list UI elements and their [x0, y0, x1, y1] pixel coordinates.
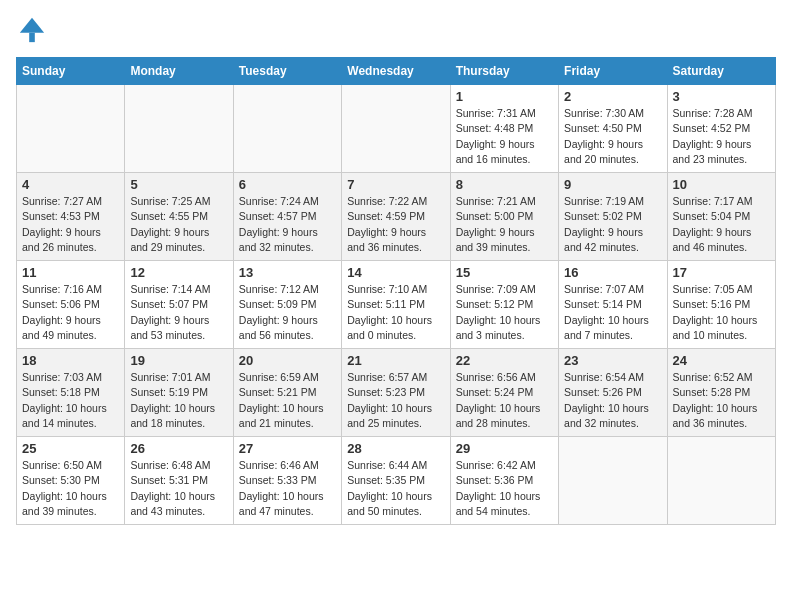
day-number: 17	[673, 265, 770, 280]
calendar-cell	[17, 85, 125, 173]
calendar-cell: 12Sunrise: 7:14 AMSunset: 5:07 PMDayligh…	[125, 261, 233, 349]
day-info: Sunrise: 6:54 AMSunset: 5:26 PMDaylight:…	[564, 370, 661, 431]
day-info: Sunrise: 7:03 AMSunset: 5:18 PMDaylight:…	[22, 370, 119, 431]
day-info: Sunrise: 7:21 AMSunset: 5:00 PMDaylight:…	[456, 194, 553, 255]
calendar-cell: 22Sunrise: 6:56 AMSunset: 5:24 PMDayligh…	[450, 349, 558, 437]
day-info: Sunrise: 6:56 AMSunset: 5:24 PMDaylight:…	[456, 370, 553, 431]
calendar-cell: 20Sunrise: 6:59 AMSunset: 5:21 PMDayligh…	[233, 349, 341, 437]
day-number: 26	[130, 441, 227, 456]
calendar-cell: 4Sunrise: 7:27 AMSunset: 4:53 PMDaylight…	[17, 173, 125, 261]
day-number: 20	[239, 353, 336, 368]
day-number: 1	[456, 89, 553, 104]
day-info: Sunrise: 7:17 AMSunset: 5:04 PMDaylight:…	[673, 194, 770, 255]
day-number: 3	[673, 89, 770, 104]
calendar-cell: 1Sunrise: 7:31 AMSunset: 4:48 PMDaylight…	[450, 85, 558, 173]
calendar-cell: 27Sunrise: 6:46 AMSunset: 5:33 PMDayligh…	[233, 437, 341, 525]
day-number: 22	[456, 353, 553, 368]
calendar-cell	[342, 85, 450, 173]
calendar-cell: 26Sunrise: 6:48 AMSunset: 5:31 PMDayligh…	[125, 437, 233, 525]
calendar-cell: 2Sunrise: 7:30 AMSunset: 4:50 PMDaylight…	[559, 85, 667, 173]
day-number: 18	[22, 353, 119, 368]
calendar-week-2: 4Sunrise: 7:27 AMSunset: 4:53 PMDaylight…	[17, 173, 776, 261]
header-monday: Monday	[125, 58, 233, 85]
calendar-cell: 23Sunrise: 6:54 AMSunset: 5:26 PMDayligh…	[559, 349, 667, 437]
calendar-week-4: 18Sunrise: 7:03 AMSunset: 5:18 PMDayligh…	[17, 349, 776, 437]
calendar-cell: 10Sunrise: 7:17 AMSunset: 5:04 PMDayligh…	[667, 173, 775, 261]
calendar-cell: 8Sunrise: 7:21 AMSunset: 5:00 PMDaylight…	[450, 173, 558, 261]
day-info: Sunrise: 7:01 AMSunset: 5:19 PMDaylight:…	[130, 370, 227, 431]
header-tuesday: Tuesday	[233, 58, 341, 85]
calendar-table: SundayMondayTuesdayWednesdayThursdayFrid…	[16, 57, 776, 525]
day-info: Sunrise: 7:19 AMSunset: 5:02 PMDaylight:…	[564, 194, 661, 255]
day-number: 23	[564, 353, 661, 368]
day-number: 2	[564, 89, 661, 104]
day-number: 4	[22, 177, 119, 192]
calendar-header-row: SundayMondayTuesdayWednesdayThursdayFrid…	[17, 58, 776, 85]
calendar-cell: 13Sunrise: 7:12 AMSunset: 5:09 PMDayligh…	[233, 261, 341, 349]
day-info: Sunrise: 7:31 AMSunset: 4:48 PMDaylight:…	[456, 106, 553, 167]
calendar-week-1: 1Sunrise: 7:31 AMSunset: 4:48 PMDaylight…	[17, 85, 776, 173]
page-header	[16, 16, 776, 49]
calendar-cell: 28Sunrise: 6:44 AMSunset: 5:35 PMDayligh…	[342, 437, 450, 525]
day-number: 14	[347, 265, 444, 280]
day-info: Sunrise: 7:25 AMSunset: 4:55 PMDaylight:…	[130, 194, 227, 255]
calendar-cell: 3Sunrise: 7:28 AMSunset: 4:52 PMDaylight…	[667, 85, 775, 173]
day-number: 5	[130, 177, 227, 192]
day-number: 19	[130, 353, 227, 368]
day-number: 27	[239, 441, 336, 456]
day-number: 10	[673, 177, 770, 192]
calendar-cell: 7Sunrise: 7:22 AMSunset: 4:59 PMDaylight…	[342, 173, 450, 261]
day-number: 29	[456, 441, 553, 456]
calendar-cell: 29Sunrise: 6:42 AMSunset: 5:36 PMDayligh…	[450, 437, 558, 525]
day-number: 16	[564, 265, 661, 280]
header-friday: Friday	[559, 58, 667, 85]
day-number: 15	[456, 265, 553, 280]
day-number: 11	[22, 265, 119, 280]
day-info: Sunrise: 7:22 AMSunset: 4:59 PMDaylight:…	[347, 194, 444, 255]
svg-rect-1	[29, 33, 35, 42]
calendar-cell: 14Sunrise: 7:10 AMSunset: 5:11 PMDayligh…	[342, 261, 450, 349]
day-info: Sunrise: 6:42 AMSunset: 5:36 PMDaylight:…	[456, 458, 553, 519]
calendar-cell: 25Sunrise: 6:50 AMSunset: 5:30 PMDayligh…	[17, 437, 125, 525]
day-info: Sunrise: 6:48 AMSunset: 5:31 PMDaylight:…	[130, 458, 227, 519]
calendar-cell: 18Sunrise: 7:03 AMSunset: 5:18 PMDayligh…	[17, 349, 125, 437]
calendar-body: 1Sunrise: 7:31 AMSunset: 4:48 PMDaylight…	[17, 85, 776, 525]
day-info: Sunrise: 7:12 AMSunset: 5:09 PMDaylight:…	[239, 282, 336, 343]
day-info: Sunrise: 6:57 AMSunset: 5:23 PMDaylight:…	[347, 370, 444, 431]
day-number: 7	[347, 177, 444, 192]
day-info: Sunrise: 6:46 AMSunset: 5:33 PMDaylight:…	[239, 458, 336, 519]
calendar-cell: 6Sunrise: 7:24 AMSunset: 4:57 PMDaylight…	[233, 173, 341, 261]
day-info: Sunrise: 7:07 AMSunset: 5:14 PMDaylight:…	[564, 282, 661, 343]
day-number: 6	[239, 177, 336, 192]
day-number: 12	[130, 265, 227, 280]
calendar-cell: 5Sunrise: 7:25 AMSunset: 4:55 PMDaylight…	[125, 173, 233, 261]
day-info: Sunrise: 7:24 AMSunset: 4:57 PMDaylight:…	[239, 194, 336, 255]
calendar-cell	[559, 437, 667, 525]
day-info: Sunrise: 6:59 AMSunset: 5:21 PMDaylight:…	[239, 370, 336, 431]
calendar-cell	[125, 85, 233, 173]
day-number: 8	[456, 177, 553, 192]
header-wednesday: Wednesday	[342, 58, 450, 85]
day-info: Sunrise: 6:52 AMSunset: 5:28 PMDaylight:…	[673, 370, 770, 431]
calendar-cell: 11Sunrise: 7:16 AMSunset: 5:06 PMDayligh…	[17, 261, 125, 349]
day-info: Sunrise: 7:28 AMSunset: 4:52 PMDaylight:…	[673, 106, 770, 167]
day-number: 25	[22, 441, 119, 456]
day-info: Sunrise: 7:16 AMSunset: 5:06 PMDaylight:…	[22, 282, 119, 343]
day-info: Sunrise: 7:10 AMSunset: 5:11 PMDaylight:…	[347, 282, 444, 343]
header-saturday: Saturday	[667, 58, 775, 85]
day-number: 21	[347, 353, 444, 368]
day-info: Sunrise: 7:05 AMSunset: 5:16 PMDaylight:…	[673, 282, 770, 343]
svg-marker-0	[20, 18, 44, 33]
day-number: 13	[239, 265, 336, 280]
day-number: 28	[347, 441, 444, 456]
day-number: 24	[673, 353, 770, 368]
day-info: Sunrise: 7:27 AMSunset: 4:53 PMDaylight:…	[22, 194, 119, 255]
calendar-cell: 17Sunrise: 7:05 AMSunset: 5:16 PMDayligh…	[667, 261, 775, 349]
calendar-cell: 24Sunrise: 6:52 AMSunset: 5:28 PMDayligh…	[667, 349, 775, 437]
calendar-cell: 21Sunrise: 6:57 AMSunset: 5:23 PMDayligh…	[342, 349, 450, 437]
day-number: 9	[564, 177, 661, 192]
calendar-cell	[667, 437, 775, 525]
day-info: Sunrise: 7:30 AMSunset: 4:50 PMDaylight:…	[564, 106, 661, 167]
day-info: Sunrise: 6:50 AMSunset: 5:30 PMDaylight:…	[22, 458, 119, 519]
day-info: Sunrise: 6:44 AMSunset: 5:35 PMDaylight:…	[347, 458, 444, 519]
